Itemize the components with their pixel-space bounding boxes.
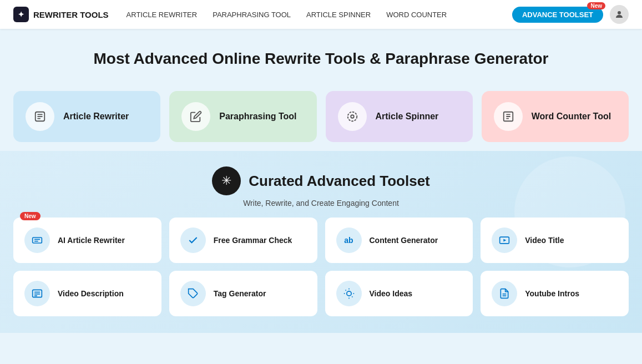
nav-link-paraphrasing-tool[interactable]: PARAPHRASING TOOL — [213, 11, 291, 19]
adv-card-video-description[interactable]: Video Description — [13, 271, 161, 316]
adv-card-ai-article-rewriter[interactable]: New AI Article Rewriter — [13, 218, 161, 263]
adv-card-video-ideas[interactable]: Video Ideas — [325, 271, 473, 316]
adv-card-free-grammar-check[interactable]: Free Grammar Check — [169, 218, 317, 263]
article-rewriter-icon — [26, 102, 54, 131]
video-title-icon — [492, 228, 517, 253]
tool-card-article-rewriter[interactable]: Article Rewriter — [13, 91, 160, 142]
new-badge-ai-article-rewriter: New — [20, 212, 41, 220]
svg-rect-7 — [33, 237, 42, 243]
brand-logo[interactable]: ✦ REWRITER TOOLS — [13, 7, 109, 22]
new-badge: New — [587, 2, 605, 9]
video-description-icon — [24, 281, 50, 306]
adv-card-youtube-intros[interactable]: Youtube Intros — [481, 271, 629, 316]
brain-icon: ✳ — [212, 166, 241, 195]
free-grammar-check-label: Free Grammar Check — [214, 235, 292, 246]
tool-card-word-counter[interactable]: Word Counter Tool — [482, 91, 629, 142]
paraphrasing-tool-icon — [181, 102, 210, 131]
advanced-section: ✳ Curated Advanced Toolset Write, Rewrit… — [0, 151, 642, 333]
svg-point-4 — [351, 115, 354, 119]
adv-card-tag-generator[interactable]: Tag Generator — [169, 271, 317, 316]
brand-name: REWRITER TOOLS — [33, 10, 109, 19]
advanced-subtitle: Write, Rewrite, and Create Engaging Cont… — [13, 199, 629, 208]
svg-point-0 — [618, 11, 621, 14]
svg-line-21 — [352, 297, 352, 297]
hero-title: Most Advanced Online Rewrite Tools & Par… — [13, 49, 629, 69]
youtube-intros-label: Youtube Intros — [525, 289, 579, 299]
article-spinner-label: Article Spinner — [376, 112, 439, 122]
nav-links: ARTICLE REWRITERPARAPHRASING TOOLARTICLE… — [127, 11, 512, 19]
video-ideas-label: Video Ideas — [370, 289, 413, 299]
youtube-intros-icon — [492, 281, 517, 306]
svg-marker-11 — [504, 239, 507, 242]
advanced-tools-row2: Video Description Tag Generator Video Id… — [13, 271, 629, 324]
nav-link-article-rewriter[interactable]: ARTICLE REWRITER — [127, 11, 198, 19]
nav-link-article-spinner[interactable]: ARTICLE SPINNER — [306, 11, 371, 19]
video-description-label: Video Description — [58, 289, 124, 299]
paraphrasing-tool-label: Paraphrasing Tool — [219, 112, 296, 122]
tool-card-article-spinner[interactable]: Article Spinner — [326, 91, 473, 142]
nav-link-word-counter[interactable]: WORD COUNTER — [386, 11, 447, 19]
main-tools-row: Article Rewriter Paraphrasing Tool Artic… — [0, 82, 642, 151]
tag-generator-label: Tag Generator — [214, 289, 266, 299]
free-grammar-check-icon — [180, 228, 206, 253]
content-generator-icon: ab — [336, 228, 362, 253]
content-generator-label: Content Generator — [370, 235, 438, 246]
svg-point-5 — [347, 112, 357, 122]
video-ideas-icon — [336, 281, 362, 306]
svg-line-20 — [345, 290, 346, 291]
word-counter-label: Word Counter Tool — [532, 112, 611, 122]
svg-point-17 — [346, 291, 351, 296]
tag-generator-icon — [180, 281, 206, 306]
hero-section: Most Advanced Online Rewrite Tools & Par… — [0, 29, 642, 82]
adv-card-video-title[interactable]: Video Title — [481, 218, 629, 263]
advance-toolset-button[interactable]: ADVANCE TOOLSET New — [512, 7, 603, 23]
word-counter-icon — [494, 102, 523, 131]
video-title-label: Video Title — [525, 235, 564, 246]
advanced-header: ✳ Curated Advanced Toolset — [13, 166, 629, 195]
advanced-tools-row1: New AI Article Rewriter Free Grammar Che… — [13, 218, 629, 271]
advanced-heading: Curated Advanced Toolset — [249, 173, 430, 190]
ai-article-rewriter-label: AI Article Rewriter — [58, 235, 125, 246]
navbar: ✦ REWRITER TOOLS ARTICLE REWRITERPARAPHR… — [0, 0, 642, 29]
tool-card-paraphrasing-tool[interactable]: Paraphrasing Tool — [169, 91, 316, 142]
ai-article-rewriter-icon — [24, 228, 50, 253]
adv-card-content-generator[interactable]: ab Content Generator — [325, 218, 473, 263]
user-avatar-button[interactable] — [610, 5, 629, 24]
article-spinner-icon — [338, 102, 367, 131]
brand-icon: ✦ — [13, 7, 29, 22]
article-rewriter-label: Article Rewriter — [63, 112, 129, 122]
